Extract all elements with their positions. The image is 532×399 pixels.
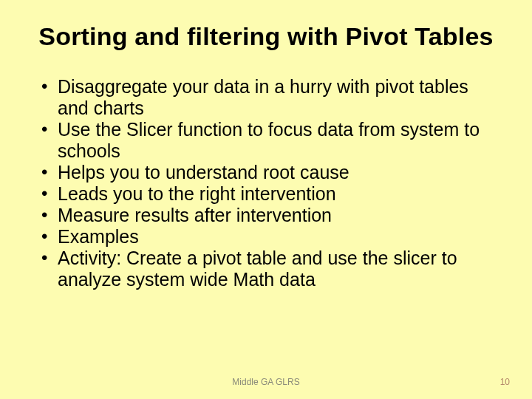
list-item: Examples [41,226,499,248]
slide: Sorting and filtering with Pivot Tables … [0,0,532,399]
list-item: Measure results after intervention [41,205,499,226]
list-item: Helps you to understand root cause [41,162,499,183]
list-item: Activity: Create a pivot table and use t… [41,248,499,290]
bullet-list: Disaggregate your data in a hurry with p… [33,76,499,290]
slide-number: 10 [500,377,510,387]
list-item: Leads you to the right intervention [41,183,499,205]
footer-text: Middle GA GLRS [0,377,532,387]
slide-title: Sorting and filtering with Pivot Tables [33,22,499,51]
list-item: Disaggregate your data in a hurry with p… [41,76,499,119]
list-item: Use the Slicer function to focus data fr… [41,119,499,162]
